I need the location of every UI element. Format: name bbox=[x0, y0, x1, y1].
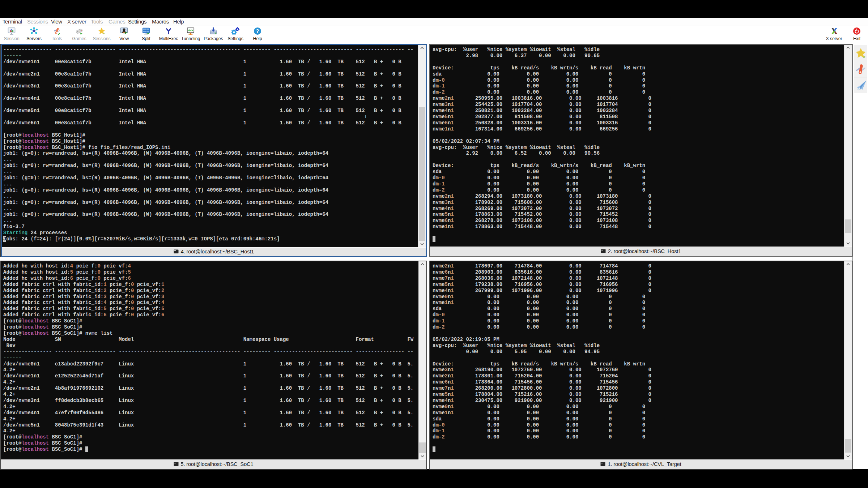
svg-text:?: ? bbox=[256, 28, 259, 34]
